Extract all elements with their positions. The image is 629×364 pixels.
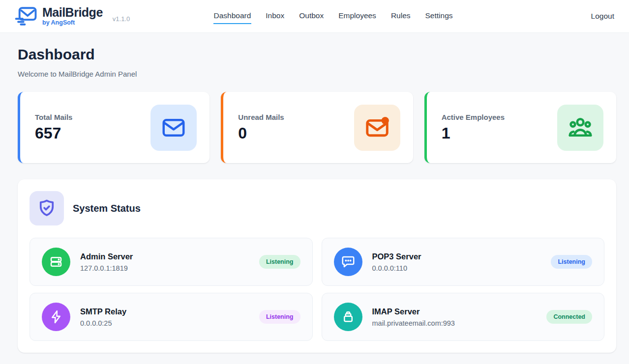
brand-tagline: by AngSoft xyxy=(42,20,103,26)
server-name: SMTP Relay xyxy=(80,307,126,316)
dashboard-page: Dashboard Welcome to MailBridge Admin Pa… xyxy=(0,33,629,353)
nav-item-rules[interactable]: Rules xyxy=(390,8,411,24)
nav-item-settings[interactable]: Settings xyxy=(425,8,453,24)
stat-value: 0 xyxy=(238,124,284,142)
brand[interactable]: MailBridge by AngSoft v1.1.0 xyxy=(15,6,130,26)
servers-grid: Admin Server 127.0.0.1:1819 Listening PO… xyxy=(30,238,604,341)
status-badge: Listening xyxy=(259,255,300,269)
nav-item-outbox[interactable]: Outbox xyxy=(299,8,324,24)
server-name: IMAP Server xyxy=(372,307,455,316)
stat-label: Active Employees xyxy=(442,113,505,121)
stat-card-active-employees: Active Employees 1 xyxy=(424,92,616,163)
server-address: 0.0.0.0:25 xyxy=(80,319,126,327)
logout-button[interactable]: Logout xyxy=(591,12,614,21)
stat-label: Unread Mails xyxy=(238,113,284,121)
page-subtitle: Welcome to MailBridge Admin Panel xyxy=(18,70,616,78)
server-card-imap: IMAP Server mail.privateemail.com:993 Co… xyxy=(322,293,605,341)
system-status-panel: System Status Admin Server 127.0.0.1:181… xyxy=(18,179,616,353)
panel-title: System Status xyxy=(73,203,141,214)
server-address: 127.0.0.1:1819 xyxy=(80,264,133,272)
stat-card-unread-mails: Unread Mails 0 xyxy=(221,92,413,163)
status-badge: Listening xyxy=(259,310,300,324)
server-name: Admin Server xyxy=(80,252,133,261)
server-card-admin: Admin Server 127.0.0.1:1819 Listening xyxy=(30,238,313,286)
page-title: Dashboard xyxy=(18,46,616,63)
main-nav: Dashboard Inbox Outbox Employees Rules S… xyxy=(213,0,453,32)
users-icon xyxy=(557,105,603,151)
server-card-smtp: SMTP Relay 0.0.0.0:25 Listening xyxy=(30,293,313,341)
nav-item-inbox[interactable]: Inbox xyxy=(265,8,285,24)
nav-item-dashboard[interactable]: Dashboard xyxy=(213,8,251,24)
server-address: 0.0.0.0:110 xyxy=(372,264,421,272)
status-badge: Connected xyxy=(546,310,592,324)
archive-box-icon xyxy=(334,303,362,331)
server-card-pop3: POP3 Server 0.0.0.0:110 Listening xyxy=(322,238,605,286)
server-name: POP3 Server xyxy=(372,252,421,261)
chat-bubble-icon xyxy=(334,248,362,276)
stat-value: 1 xyxy=(442,124,505,142)
mail-unread-icon xyxy=(354,105,400,151)
stats-row: Total Mails 657 Unread Mails 0 xyxy=(18,92,616,163)
lightning-icon xyxy=(42,303,70,331)
shield-check-icon xyxy=(30,191,64,225)
nav-item-employees[interactable]: Employees xyxy=(338,8,377,24)
top-nav-bar: MailBridge by AngSoft v1.1.0 Dashboard I… xyxy=(0,0,629,33)
stat-card-total-mails: Total Mails 657 xyxy=(18,92,210,163)
stat-label: Total Mails xyxy=(35,113,72,121)
stat-value: 657 xyxy=(35,124,72,142)
server-address: mail.privateemail.com:993 xyxy=(372,319,455,327)
mail-icon xyxy=(150,105,197,151)
version-label: v1.1.0 xyxy=(113,15,130,23)
brand-name: MailBridge xyxy=(42,6,103,19)
server-icon xyxy=(42,248,70,276)
status-badge: Listening xyxy=(551,255,592,269)
mailbridge-logo-icon xyxy=(15,6,37,26)
